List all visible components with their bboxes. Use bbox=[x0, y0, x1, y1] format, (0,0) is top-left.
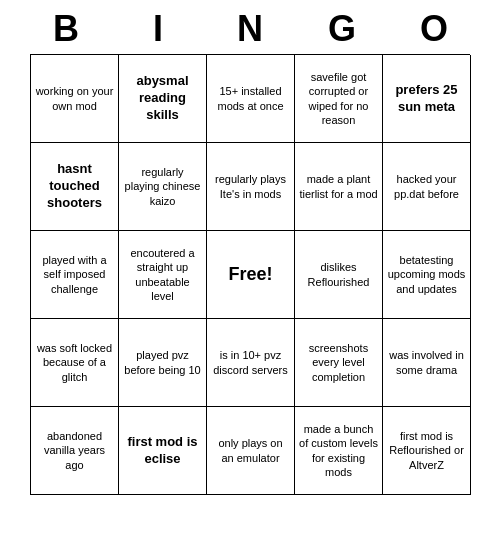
bingo-cell-22[interactable]: only plays on an emulator bbox=[207, 407, 295, 495]
bingo-cell-14[interactable]: betatesting upcoming mods and updates bbox=[383, 231, 471, 319]
bingo-cell-2[interactable]: 15+ installed mods at once bbox=[207, 55, 295, 143]
bingo-cell-16[interactable]: played pvz before being 10 bbox=[119, 319, 207, 407]
bingo-cell-19[interactable]: was involved in some drama bbox=[383, 319, 471, 407]
bingo-cell-12[interactable]: Free! bbox=[207, 231, 295, 319]
bingo-cell-20[interactable]: abandoned vanilla years ago bbox=[31, 407, 119, 495]
bingo-title: B I N G O bbox=[20, 0, 480, 54]
bingo-cell-17[interactable]: is in 10+ pvz discord servers bbox=[207, 319, 295, 407]
bingo-cell-0[interactable]: working on your own mod bbox=[31, 55, 119, 143]
bingo-cell-4[interactable]: prefers 25 sun meta bbox=[383, 55, 471, 143]
bingo-cell-10[interactable]: played with a self imposed challenge bbox=[31, 231, 119, 319]
bingo-cell-7[interactable]: regularly plays Ite's in mods bbox=[207, 143, 295, 231]
letter-b: B bbox=[22, 8, 110, 50]
letter-g: G bbox=[298, 8, 386, 50]
bingo-cell-23[interactable]: made a bunch of custom levels for existi… bbox=[295, 407, 383, 495]
bingo-cell-5[interactable]: hasnt touched shooters bbox=[31, 143, 119, 231]
bingo-cell-15[interactable]: was soft locked because of a glitch bbox=[31, 319, 119, 407]
bingo-cell-18[interactable]: screenshots every level completion bbox=[295, 319, 383, 407]
bingo-cell-24[interactable]: first mod is Reflourished or AltverZ bbox=[383, 407, 471, 495]
bingo-cell-13[interactable]: dislikes Reflourished bbox=[295, 231, 383, 319]
bingo-cell-11[interactable]: encoutered a straight up unbeatable leve… bbox=[119, 231, 207, 319]
letter-n: N bbox=[206, 8, 294, 50]
bingo-grid: working on your own modabysmal reading s… bbox=[30, 54, 470, 495]
letter-o: O bbox=[390, 8, 478, 50]
bingo-cell-6[interactable]: regularly playing chinese kaizo bbox=[119, 143, 207, 231]
bingo-cell-9[interactable]: hacked your pp.dat before bbox=[383, 143, 471, 231]
bingo-cell-3[interactable]: savefile got corrupted or wiped for no r… bbox=[295, 55, 383, 143]
bingo-cell-21[interactable]: first mod is eclise bbox=[119, 407, 207, 495]
bingo-cell-1[interactable]: abysmal reading skills bbox=[119, 55, 207, 143]
bingo-cell-8[interactable]: made a plant tierlist for a mod bbox=[295, 143, 383, 231]
letter-i: I bbox=[114, 8, 202, 50]
